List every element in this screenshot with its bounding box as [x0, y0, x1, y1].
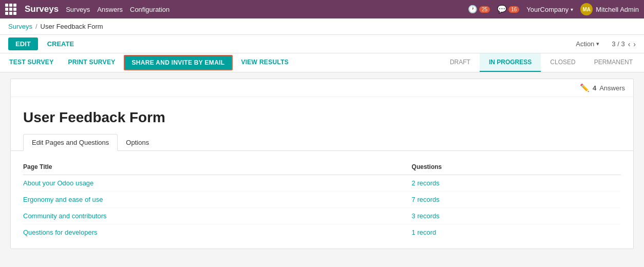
status-pipeline: DRAFT IN PROGRESS CLOSED PERMANENT: [441, 53, 642, 72]
message-icon[interactable]: 💬 16: [497, 5, 519, 14]
status-draft[interactable]: DRAFT: [441, 53, 480, 72]
form-title: User Feedback Form: [11, 97, 633, 130]
table-row: Community and contributors3 records: [23, 208, 621, 224]
questions-count-cell: 3 records: [412, 208, 621, 224]
answers-count[interactable]: ✏️ 4 Answers: [580, 83, 625, 92]
status-permanent[interactable]: PERMANENT: [585, 53, 642, 72]
nav-surveys[interactable]: Surveys: [66, 6, 90, 13]
edit-button[interactable]: EDIT: [8, 37, 38, 50]
status-closed[interactable]: CLOSED: [541, 53, 584, 72]
pages-table: Page Title Questions About your Odoo usa…: [23, 159, 621, 240]
user-name: Mitchell Admin: [596, 6, 639, 13]
inner-tab-pages[interactable]: Edit Pages and Questions: [23, 134, 118, 151]
card-top-bar: ✏️ 4 Answers: [11, 79, 633, 97]
pagination: 3 / 3 ‹ ›: [612, 40, 636, 48]
next-arrow[interactable]: ›: [633, 40, 636, 48]
nav-configuration[interactable]: Configuration: [130, 6, 169, 13]
inner-tabs: Edit Pages and Questions Options: [11, 134, 633, 151]
nav-right: 🕐 25 💬 16 YourCompany ▾ MA Mitchell Admi…: [468, 3, 639, 15]
table-row: Ergonomy and ease of use7 records: [23, 192, 621, 208]
notification-badge: 25: [479, 6, 490, 13]
edit-answers-icon: ✏️: [580, 83, 590, 92]
col-header-questions: Questions: [412, 159, 621, 175]
company-name: YourCompany: [526, 6, 569, 13]
questions-count-cell: 7 records: [412, 192, 621, 208]
grid-icon[interactable]: [5, 4, 16, 15]
pagination-text: 3 / 3: [612, 40, 624, 48]
tab-print-survey[interactable]: PRINT SURVEY: [61, 53, 122, 72]
answers-label: Answers: [599, 84, 625, 92]
nav-answers[interactable]: Answers: [97, 6, 123, 13]
page-title-cell[interactable]: Ergonomy and ease of use: [23, 192, 412, 208]
col-header-page: Page Title: [23, 159, 412, 175]
table-row: About your Odoo usage2 records: [23, 175, 621, 192]
activity-icon[interactable]: 🕐 25: [468, 5, 490, 14]
page-title-cell[interactable]: About your Odoo usage: [23, 175, 412, 192]
tabs-row: TEST SURVEY PRINT SURVEY SHARE AND INVIT…: [0, 53, 644, 72]
breadcrumb-parent[interactable]: Surveys: [8, 23, 32, 30]
app-logo: Surveys: [25, 4, 59, 14]
top-nav: Surveys Surveys Answers Configuration 🕐 …: [0, 0, 644, 18]
user-profile[interactable]: MA Mitchell Admin: [580, 3, 639, 15]
tab-view-results[interactable]: VIEW RESULTS: [234, 53, 296, 72]
tab-share-invite[interactable]: SHARE AND INVITE BY EMAIL: [124, 55, 233, 70]
tab-test-survey[interactable]: TEST SURVEY: [2, 53, 61, 72]
content-card: ✏️ 4 Answers User Feedback Form Edit Pag…: [10, 79, 634, 249]
action-dropdown[interactable]: Action ▾: [576, 40, 599, 48]
action-dropdown-icon: ▾: [596, 41, 599, 47]
create-button[interactable]: CREATE: [42, 37, 79, 50]
action-label: Action: [576, 40, 594, 48]
avatar: MA: [580, 3, 593, 15]
answers-number: 4: [593, 84, 596, 92]
questions-count-cell: 1 record: [412, 224, 621, 241]
pages-table-wrap: Page Title Questions About your Odoo usa…: [11, 151, 633, 249]
company-selector[interactable]: YourCompany ▾: [526, 6, 573, 13]
table-row: Questions for developers1 record: [23, 224, 621, 241]
prev-arrow[interactable]: ‹: [628, 40, 631, 48]
questions-count-cell: 2 records: [412, 175, 621, 192]
breadcrumb: Surveys / User Feedback Form: [0, 18, 644, 35]
inner-tab-options[interactable]: Options: [118, 134, 157, 150]
page-title-cell[interactable]: Questions for developers: [23, 224, 412, 241]
chevron-down-icon: ▾: [571, 7, 573, 12]
action-bar: EDIT CREATE Action ▾ 3 / 3 ‹ ›: [0, 35, 644, 53]
breadcrumb-sep: /: [35, 23, 37, 30]
main-content: ✏️ 4 Answers User Feedback Form Edit Pag…: [0, 72, 644, 255]
breadcrumb-current: User Feedback Form: [41, 23, 103, 30]
page-title-cell[interactable]: Community and contributors: [23, 208, 412, 224]
status-in-progress[interactable]: IN PROGRESS: [480, 53, 541, 72]
message-badge: 16: [508, 6, 519, 13]
